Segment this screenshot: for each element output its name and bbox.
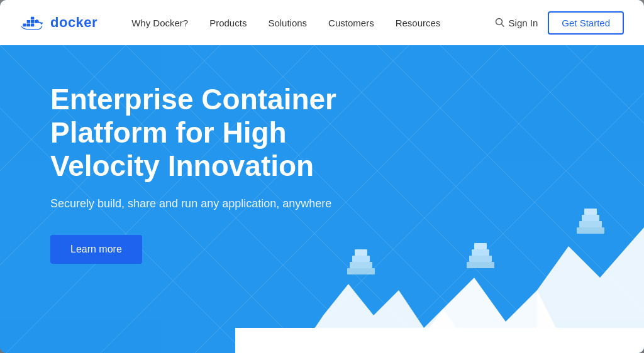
- sign-in-label: Sign In: [509, 18, 538, 28]
- nav-link-customers[interactable]: Customers: [319, 14, 383, 32]
- search-icon-wrap[interactable]: Sign In: [495, 18, 538, 28]
- svg-line-9: [501, 24, 504, 27]
- svg-rect-6: [31, 17, 34, 20]
- learn-more-button[interactable]: Learn more: [50, 235, 142, 264]
- hero-section: Enterprise Container Platform for High V…: [0, 45, 644, 353]
- nav-link-products[interactable]: Products: [201, 14, 255, 32]
- browser-window: docker Why Docker? Products Solutions Cu…: [0, 0, 644, 353]
- nav-link-solutions[interactable]: Solutions: [259, 14, 316, 32]
- logo-text: docker: [50, 14, 97, 31]
- nav-link-resources[interactable]: Resources: [387, 14, 450, 32]
- search-icon: [495, 18, 505, 28]
- hero-title: Enterprise Container Platform for High V…: [50, 83, 390, 183]
- svg-rect-40: [347, 268, 375, 274]
- svg-rect-32: [577, 227, 604, 234]
- hero-subtitle: Securely build, share and run any applic…: [50, 195, 390, 212]
- svg-rect-0: [23, 24, 26, 27]
- svg-rect-38: [472, 249, 489, 256]
- svg-rect-35: [584, 209, 597, 215]
- nav-links: Why Docker? Products Solutions Customers…: [123, 14, 494, 32]
- svg-rect-2: [31, 24, 34, 27]
- svg-rect-3: [27, 20, 30, 23]
- svg-point-8: [496, 19, 502, 25]
- docker-logo-icon: [20, 14, 45, 31]
- svg-rect-39: [474, 243, 487, 249]
- svg-rect-36: [467, 262, 494, 268]
- docker-logo[interactable]: docker: [20, 14, 97, 31]
- svg-rect-34: [582, 215, 599, 221]
- svg-rect-1: [27, 24, 30, 27]
- nav-link-why-docker[interactable]: Why Docker?: [123, 14, 197, 32]
- svg-rect-4: [31, 20, 34, 23]
- svg-rect-31: [235, 328, 644, 353]
- hero-content: Enterprise Container Platform for High V…: [0, 45, 440, 264]
- svg-point-7: [42, 23, 43, 24]
- svg-rect-33: [579, 221, 602, 227]
- svg-rect-37: [469, 256, 492, 262]
- nav-right: Sign In Get Started: [495, 11, 624, 35]
- get-started-button[interactable]: Get Started: [548, 11, 624, 35]
- navbar: docker Why Docker? Products Solutions Cu…: [0, 0, 644, 45]
